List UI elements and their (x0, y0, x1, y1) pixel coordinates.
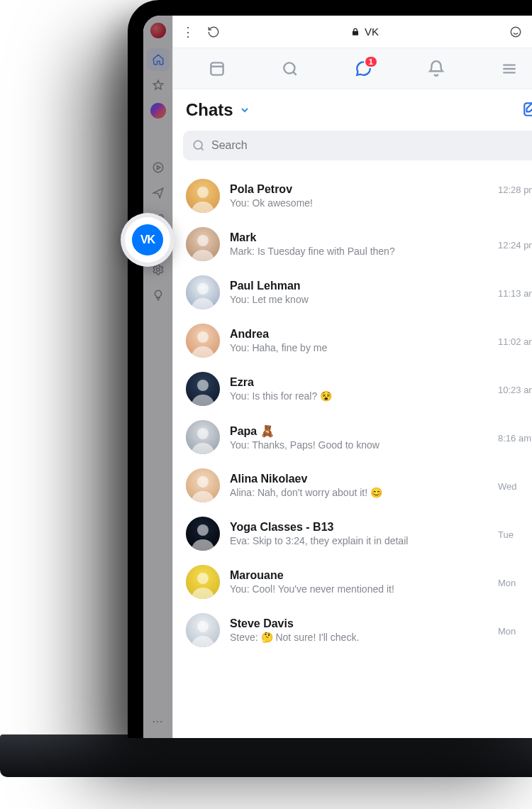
page-title: Chats (186, 100, 233, 120)
chat-preview: You: Haha, fine by me (230, 342, 488, 353)
chat-list: Pola Petrov You: Ok awesome! 12:28 pm Ma… (173, 167, 532, 659)
chat-name: Alina Nikolaev (230, 473, 488, 485)
chat-row[interactable]: Mark Mark: Is Tuesday fine with Paul the… (173, 220, 532, 268)
vk-top-nav: 1 (173, 48, 532, 89)
chat-info: Papa 🧸 You: Thanks, Paps! Good to know (230, 424, 488, 451)
svg-point-15 (197, 331, 209, 343)
messenger-icon (150, 103, 166, 119)
sidebar-home[interactable] (147, 48, 170, 71)
nav-notifications[interactable] (423, 55, 450, 82)
chat-meta: 11:13 am (498, 287, 532, 299)
nav-messages[interactable]: 1 (350, 55, 377, 82)
opera-sidebar: ⋯ (143, 16, 173, 738)
nav-menu[interactable] (496, 55, 523, 82)
address-display[interactable]: VK (230, 26, 499, 38)
chat-info: Pola Petrov You: Ok awesome! (230, 183, 488, 209)
chat-row[interactable]: Pola Petrov You: Ok awesome! 12:28 pm (173, 172, 532, 220)
sidebar-tips[interactable] (147, 284, 170, 307)
search-input[interactable] (183, 131, 532, 160)
chat-preview: Mark: Is Tuesday fine with Paul then? (230, 246, 488, 257)
chat-info: Alina Nikolaev Alina: Nah, don't worry a… (230, 473, 488, 498)
browser-content: ⋮ VK (173, 16, 532, 738)
chat-row[interactable]: Papa 🧸 You: Thanks, Paps! Good to know 8… (173, 413, 532, 461)
avatar (186, 227, 220, 261)
nav-search[interactable] (277, 55, 304, 82)
menu-dots-icon[interactable]: ⋮ (182, 26, 194, 38)
chat-row[interactable]: Paul Lehman You: Let me know 11:13 am (173, 268, 532, 317)
svg-point-11 (197, 235, 209, 246)
sidebar-star[interactable] (147, 74, 170, 97)
chat-info: Mark Mark: Is Tuesday fine with Paul the… (230, 231, 488, 257)
svg-point-5 (284, 62, 294, 73)
sidebar-vk-active[interactable]: VK (121, 213, 174, 267)
chat-name: Yoga Classes - B13 (230, 521, 488, 534)
avatar (186, 420, 220, 454)
chat-preview: You: Ok awesome! (230, 197, 488, 209)
svg-point-17 (197, 380, 209, 391)
chevron-down-icon (239, 104, 250, 116)
chat-preview: You: Let me know (230, 294, 488, 305)
compose-icon (522, 99, 532, 118)
chat-name: Pola Petrov (230, 183, 488, 196)
svg-point-0 (153, 163, 163, 172)
svg-point-13 (197, 283, 209, 295)
chat-preview: You: Cool! You've never mentioned it! (230, 583, 488, 595)
chat-time: Tue (498, 529, 514, 540)
avatar (186, 179, 220, 213)
sidebar-vk-placeholder[interactable] (147, 125, 170, 153)
sidebar-send[interactable] (147, 182, 170, 204)
sidebar-dim-overlay (143, 16, 172, 738)
laptop-base (0, 734, 532, 777)
chat-info: Ezra You: Is this for real? 😵 (230, 376, 488, 402)
chat-name: Papa 🧸 (230, 424, 488, 438)
reload-button[interactable] (207, 26, 220, 38)
chat-time: 12:24 pm (498, 240, 532, 251)
chat-row[interactable]: Steve Davis Steve: 🤔 Not sure! I'll chec… (173, 606, 532, 654)
avatar (186, 275, 220, 309)
send-icon (152, 187, 165, 199)
chat-row[interactable]: Marouane You: Cool! You've never mention… (173, 558, 532, 606)
chat-meta: Tue (498, 528, 532, 540)
avatar (186, 372, 220, 406)
chat-info: Paul Lehman You: Let me know (230, 280, 488, 305)
laptop-frame: ⋯ ⋮ VK (128, 0, 532, 738)
chat-name: Paul Lehman (230, 280, 488, 292)
chats-title-dropdown[interactable]: Chats (186, 100, 250, 120)
svg-point-7 (194, 141, 202, 149)
site-label: VK (365, 26, 379, 38)
nav-badge: 1 (364, 55, 378, 68)
chat-row[interactable]: Yoga Classes - B13 Eva: Skip to 3:24, th… (173, 510, 532, 558)
address-bar: ⋮ VK (173, 16, 532, 48)
chat-preview: Steve: 🤔 Not sure! I'll check. (230, 632, 488, 643)
chat-time: 11:02 am (498, 336, 532, 347)
avatar (186, 613, 220, 647)
chat-time: Mon (498, 626, 516, 637)
chat-info: Marouane You: Cool! You've never mention… (230, 569, 488, 595)
reload-icon (207, 26, 220, 38)
chat-row[interactable]: Alina Nikolaev Alina: Nah, don't worry a… (173, 461, 532, 510)
sidebar-more[interactable]: ⋯ (152, 715, 165, 728)
chat-meta: 11:02 am (498, 335, 532, 347)
chat-row[interactable]: Ezra You: Is this for real? 😵 10:23 am (173, 365, 532, 413)
avatar (186, 517, 220, 551)
svg-point-9 (197, 187, 209, 198)
chat-meta: Mon (498, 624, 532, 637)
chat-row[interactable]: Andrea You: Haha, fine by me 11:02 am (173, 317, 532, 365)
chats-header: Chats (173, 89, 532, 126)
opera-logo-icon[interactable] (150, 23, 166, 38)
smile-icon (509, 26, 522, 38)
chat-meta: 8:16 am (498, 431, 532, 444)
sidebar-play[interactable] (147, 156, 170, 179)
search-wrap (173, 126, 532, 167)
compose-button[interactable] (522, 99, 532, 121)
svg-rect-4 (211, 62, 223, 75)
sidebar-messenger[interactable] (147, 99, 170, 122)
svg-point-19 (197, 428, 209, 439)
emoji-button[interactable] (509, 26, 522, 38)
hamburger-icon (500, 60, 519, 78)
nav-feed[interactable] (204, 55, 231, 82)
chat-meta: Mon (498, 576, 532, 588)
search-field-icon (192, 138, 206, 153)
bulb-icon (152, 289, 165, 302)
svg-point-25 (197, 573, 209, 584)
